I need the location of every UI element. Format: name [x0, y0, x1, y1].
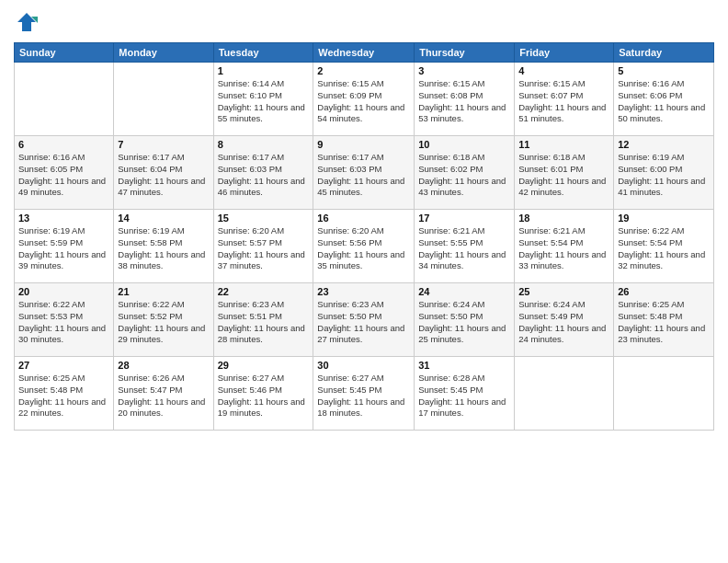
day-info: Sunrise: 6:21 AM Sunset: 5:54 PM Dayligh…: [518, 225, 609, 272]
day-info: Sunrise: 6:18 AM Sunset: 6:02 PM Dayligh…: [418, 152, 510, 199]
calendar-cell: 25Sunrise: 6:24 AM Sunset: 5:49 PM Dayli…: [515, 283, 614, 357]
day-number: 26: [618, 286, 710, 297]
day-number: 31: [418, 360, 510, 371]
calendar-cell: 21Sunrise: 6:22 AM Sunset: 5:52 PM Dayli…: [114, 283, 213, 357]
calendar-cell: 13Sunrise: 6:19 AM Sunset: 5:59 PM Dayli…: [15, 210, 114, 283]
day-number: 15: [218, 213, 310, 224]
calendar-cell: 2Sunrise: 6:15 AM Sunset: 6:09 PM Daylig…: [313, 63, 415, 136]
calendar-cell: 24Sunrise: 6:24 AM Sunset: 5:50 PM Dayli…: [415, 283, 515, 357]
weekday-header-friday: Friday: [515, 43, 614, 63]
day-number: 19: [618, 213, 710, 224]
weekday-header-row: SundayMondayTuesdayWednesdayThursdayFrid…: [15, 43, 714, 63]
day-number: 9: [317, 139, 410, 150]
day-info: Sunrise: 6:20 AM Sunset: 5:57 PM Dayligh…: [218, 225, 310, 272]
calendar-cell: 1Sunrise: 6:14 AM Sunset: 6:10 PM Daylig…: [213, 63, 313, 136]
day-info: Sunrise: 6:21 AM Sunset: 5:55 PM Dayligh…: [418, 225, 510, 272]
day-number: 30: [317, 360, 410, 371]
week-row-3: 13Sunrise: 6:19 AM Sunset: 5:59 PM Dayli…: [15, 210, 714, 283]
day-info: Sunrise: 6:27 AM Sunset: 5:46 PM Dayligh…: [218, 373, 310, 419]
day-info: Sunrise: 6:23 AM Sunset: 5:51 PM Dayligh…: [218, 299, 310, 346]
day-info: Sunrise: 6:20 AM Sunset: 5:56 PM Dayligh…: [317, 225, 410, 272]
logo-icon: [14, 9, 40, 35]
day-info: Sunrise: 6:22 AM Sunset: 5:52 PM Dayligh…: [118, 299, 209, 346]
day-info: Sunrise: 6:23 AM Sunset: 5:50 PM Dayligh…: [317, 299, 410, 346]
day-info: Sunrise: 6:24 AM Sunset: 5:49 PM Dayligh…: [518, 299, 609, 346]
day-number: 28: [118, 360, 209, 371]
calendar-cell: 6Sunrise: 6:16 AM Sunset: 6:05 PM Daylig…: [15, 136, 114, 210]
day-info: Sunrise: 6:25 AM Sunset: 5:48 PM Dayligh…: [18, 373, 109, 419]
calendar-cell: 17Sunrise: 6:21 AM Sunset: 5:55 PM Dayli…: [415, 210, 515, 283]
day-info: Sunrise: 6:14 AM Sunset: 6:10 PM Dayligh…: [218, 78, 310, 125]
day-info: Sunrise: 6:22 AM Sunset: 5:53 PM Dayligh…: [18, 299, 109, 346]
calendar-cell: 30Sunrise: 6:27 AM Sunset: 5:45 PM Dayli…: [313, 357, 415, 431]
day-info: Sunrise: 6:17 AM Sunset: 6:03 PM Dayligh…: [218, 152, 310, 199]
day-number: 3: [418, 65, 510, 76]
calendar-cell: 9Sunrise: 6:17 AM Sunset: 6:03 PM Daylig…: [313, 136, 415, 210]
day-number: 25: [518, 286, 609, 297]
day-number: 18: [518, 213, 609, 224]
day-number: 16: [317, 213, 410, 224]
day-info: Sunrise: 6:15 AM Sunset: 6:07 PM Dayligh…: [518, 78, 609, 125]
day-info: Sunrise: 6:17 AM Sunset: 6:04 PM Dayligh…: [118, 152, 209, 199]
calendar: SundayMondayTuesdayWednesdayThursdayFrid…: [14, 42, 714, 431]
day-number: 22: [218, 286, 310, 297]
weekday-header-sunday: Sunday: [15, 43, 114, 63]
calendar-cell: [15, 63, 114, 136]
day-number: 13: [18, 213, 109, 224]
calendar-cell: 4Sunrise: 6:15 AM Sunset: 6:07 PM Daylig…: [515, 63, 614, 136]
weekday-header-saturday: Saturday: [614, 43, 714, 63]
calendar-cell: [114, 63, 213, 136]
calendar-cell: 12Sunrise: 6:19 AM Sunset: 6:00 PM Dayli…: [614, 136, 714, 210]
weekday-header-tuesday: Tuesday: [213, 43, 313, 63]
day-info: Sunrise: 6:28 AM Sunset: 5:45 PM Dayligh…: [418, 373, 510, 419]
day-number: 27: [18, 360, 109, 371]
calendar-cell: 14Sunrise: 6:19 AM Sunset: 5:58 PM Dayli…: [114, 210, 213, 283]
day-number: 12: [618, 139, 710, 150]
day-info: Sunrise: 6:17 AM Sunset: 6:03 PM Dayligh…: [317, 152, 410, 199]
day-number: 23: [317, 286, 410, 297]
calendar-cell: 15Sunrise: 6:20 AM Sunset: 5:57 PM Dayli…: [213, 210, 313, 283]
week-row-5: 27Sunrise: 6:25 AM Sunset: 5:48 PM Dayli…: [15, 357, 714, 431]
day-info: Sunrise: 6:25 AM Sunset: 5:48 PM Dayligh…: [618, 299, 710, 346]
day-info: Sunrise: 6:16 AM Sunset: 6:06 PM Dayligh…: [618, 78, 710, 125]
day-number: 24: [418, 286, 510, 297]
weekday-header-wednesday: Wednesday: [313, 43, 415, 63]
day-info: Sunrise: 6:19 AM Sunset: 5:59 PM Dayligh…: [18, 225, 109, 272]
calendar-cell: 8Sunrise: 6:17 AM Sunset: 6:03 PM Daylig…: [213, 136, 313, 210]
day-number: 6: [18, 139, 109, 150]
page: SundayMondayTuesdayWednesdayThursdayFrid…: [0, 0, 728, 563]
day-number: 29: [218, 360, 310, 371]
calendar-cell: 10Sunrise: 6:18 AM Sunset: 6:02 PM Dayli…: [415, 136, 515, 210]
day-info: Sunrise: 6:22 AM Sunset: 5:54 PM Dayligh…: [618, 225, 710, 272]
day-info: Sunrise: 6:15 AM Sunset: 6:08 PM Dayligh…: [418, 78, 510, 125]
day-number: 14: [118, 213, 209, 224]
calendar-cell: 29Sunrise: 6:27 AM Sunset: 5:46 PM Dayli…: [213, 357, 313, 431]
day-info: Sunrise: 6:16 AM Sunset: 6:05 PM Dayligh…: [18, 152, 109, 199]
day-info: Sunrise: 6:27 AM Sunset: 5:45 PM Dayligh…: [317, 373, 410, 419]
weekday-header-thursday: Thursday: [415, 43, 515, 63]
calendar-cell: 23Sunrise: 6:23 AM Sunset: 5:50 PM Dayli…: [313, 283, 415, 357]
day-number: 21: [118, 286, 209, 297]
calendar-cell: 28Sunrise: 6:26 AM Sunset: 5:47 PM Dayli…: [114, 357, 213, 431]
calendar-cell: 27Sunrise: 6:25 AM Sunset: 5:48 PM Dayli…: [15, 357, 114, 431]
calendar-cell: 16Sunrise: 6:20 AM Sunset: 5:56 PM Dayli…: [313, 210, 415, 283]
week-row-4: 20Sunrise: 6:22 AM Sunset: 5:53 PM Dayli…: [15, 283, 714, 357]
calendar-cell: 31Sunrise: 6:28 AM Sunset: 5:45 PM Dayli…: [415, 357, 515, 431]
logo: [14, 9, 43, 35]
day-number: 10: [418, 139, 510, 150]
header: [14, 9, 714, 35]
calendar-cell: 5Sunrise: 6:16 AM Sunset: 6:06 PM Daylig…: [614, 63, 714, 136]
calendar-cell: 20Sunrise: 6:22 AM Sunset: 5:53 PM Dayli…: [15, 283, 114, 357]
day-info: Sunrise: 6:24 AM Sunset: 5:50 PM Dayligh…: [418, 299, 510, 346]
calendar-cell: [515, 357, 614, 431]
calendar-cell: 18Sunrise: 6:21 AM Sunset: 5:54 PM Dayli…: [515, 210, 614, 283]
calendar-cell: 7Sunrise: 6:17 AM Sunset: 6:04 PM Daylig…: [114, 136, 213, 210]
day-number: 4: [518, 65, 609, 76]
day-number: 20: [18, 286, 109, 297]
day-info: Sunrise: 6:15 AM Sunset: 6:09 PM Dayligh…: [317, 78, 410, 125]
day-number: 7: [118, 139, 209, 150]
day-number: 17: [418, 213, 510, 224]
calendar-cell: 26Sunrise: 6:25 AM Sunset: 5:48 PM Dayli…: [614, 283, 714, 357]
week-row-2: 6Sunrise: 6:16 AM Sunset: 6:05 PM Daylig…: [15, 136, 714, 210]
day-number: 11: [518, 139, 609, 150]
